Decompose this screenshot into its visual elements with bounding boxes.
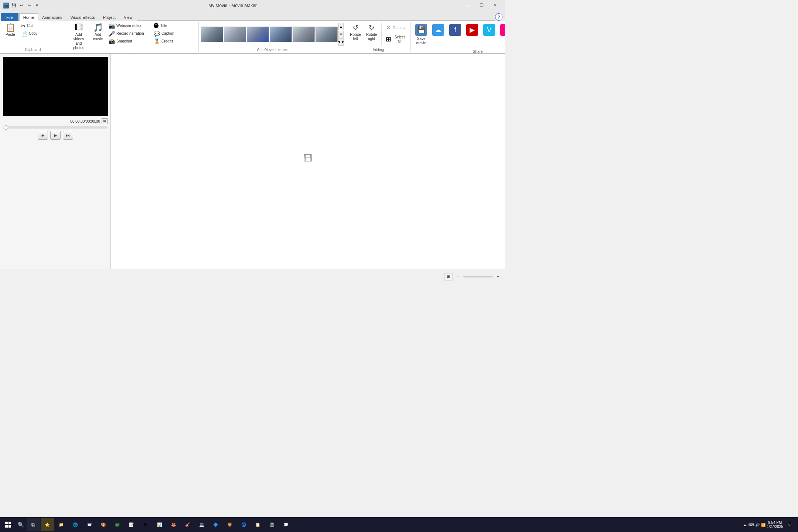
credits-label: Credits (161, 39, 173, 44)
webcam-icon: 📷 (109, 23, 115, 28)
editing-divider (381, 23, 382, 45)
add-videos-icon: 🎞 (75, 24, 83, 32)
onedrive-icon: ☁ (432, 24, 444, 36)
title-bar: 🎬 💾 ↩ ↪ ▼ My Movie - Movie Maker — ❐ ✕ (0, 0, 505, 11)
ribbon-group-share: 💾 Savemovie ☁ f ▶ V ● (411, 22, 505, 52)
maximize-button[interactable]: ❐ (475, 0, 488, 11)
tab-animations[interactable]: Animations (38, 13, 66, 21)
rotate-left-button[interactable]: ↺ Rotateleft (348, 22, 362, 42)
status-bar: ⊞ − + (0, 269, 505, 284)
select-all-label: Select all (393, 35, 406, 43)
clipboard-content: 📋 Paste ✂ Cut 📄 Copy (2, 22, 64, 46)
timeline-panel: 🎞 - - - - - (111, 54, 505, 269)
tab-view[interactable]: View (120, 13, 137, 21)
window-controls: — ❐ ✕ (462, 0, 502, 11)
main-area: 00:00.00/00:00.00 ⊞ ⏮ ▶ ⏭ 🎞 - - - - - (0, 54, 505, 269)
title-button[interactable]: 🅣 Title (152, 22, 196, 30)
vimeo-button[interactable]: V (481, 22, 497, 38)
fast-forward-button[interactable]: ⏭ (63, 131, 73, 140)
credits-button[interactable]: 🏅 Credits (152, 38, 196, 45)
ribbon-group-automovie: ▲ ▼ ▼▼ AutoMovie themes (199, 22, 346, 52)
editing-content: ↺ Rotateleft ↻ Rotate right ✕ Remove ⊞ S… (348, 22, 408, 46)
select-all-button[interactable]: ⊞ Select all (384, 34, 408, 45)
scrubber-thumb (4, 125, 8, 130)
cut-copy-group: ✂ Cut 📄 Copy (19, 22, 64, 37)
zoom-out-button[interactable]: − (454, 273, 462, 280)
save-movie-button[interactable]: 💾 Savemovie (413, 22, 429, 47)
save-movie-label: Savemovie (416, 37, 426, 45)
rotate-left-label: Rotateleft (350, 33, 361, 41)
record-narration-label: Record narration (116, 31, 144, 36)
zoom-in-button[interactable]: + (494, 273, 502, 280)
rotate-right-button[interactable]: ↻ Rotate right (364, 22, 379, 42)
play-button[interactable]: ▶ (50, 131, 61, 140)
add-music-button[interactable]: 🎵 Add music (90, 22, 106, 45)
title-label: Title (160, 24, 167, 28)
close-button[interactable]: ✕ (488, 0, 502, 11)
credits-icon: 🏅 (154, 39, 160, 44)
copy-icon: 📄 (21, 31, 27, 36)
remove-button[interactable]: ✕ Remove (384, 22, 408, 33)
theme-item-1[interactable] (201, 27, 223, 42)
preview-video (3, 57, 108, 116)
tab-home[interactable]: Home (19, 13, 38, 21)
ribbon-group-add: 🎞 Add videos and photos 🎵 Add music 📷 We… (66, 22, 199, 52)
automovie-group-label: AutoMovie themes (201, 46, 344, 52)
preview-panel: 00:00.00/00:00.00 ⊞ ⏮ ▶ ⏭ (0, 54, 111, 269)
tab-project[interactable]: Project (99, 13, 120, 21)
cut-label: Cut (27, 24, 33, 28)
drag-dashes: - - - - - (296, 165, 320, 170)
theme-item-2[interactable] (224, 27, 246, 42)
window-title: My Movie - Movie Maker (3, 3, 462, 8)
zoom-slider[interactable] (463, 276, 493, 277)
youtube-icon: ▶ (466, 24, 478, 36)
theme-item-6[interactable] (316, 27, 338, 42)
youtube-button[interactable]: ▶ (464, 22, 480, 38)
copy-label: Copy (29, 31, 37, 36)
themes-scroll-down[interactable]: ▼ (338, 31, 344, 38)
ribbon-tab-bar: File Home Animations Visual Effects Proj… (0, 11, 505, 21)
facebook-icon: f (449, 24, 461, 36)
record-narration-button[interactable]: 🎤 Record narration (107, 30, 151, 37)
storyboard-button[interactable]: ⊞ (444, 273, 453, 280)
themes-scroll-more[interactable]: ▼▼ (338, 38, 344, 46)
theme-item-4[interactable] (270, 27, 292, 42)
tab-file[interactable]: File (1, 13, 18, 21)
flickr-button[interactable]: ● (498, 22, 505, 38)
theme-item-5[interactable] (293, 27, 315, 42)
cut-button[interactable]: ✂ Cut (19, 22, 64, 30)
remove-icon: ✕ (386, 24, 391, 32)
ribbon: 📋 Paste ✂ Cut 📄 Copy Clipboard 🎞 Add vid… (0, 21, 505, 54)
add-small-group: 📷 Webcam video 🎤 Record narration 📸 Snap… (107, 22, 151, 45)
themes-strip (201, 27, 338, 42)
webcam-label: Webcam video (116, 24, 141, 28)
cut-icon: ✂ (21, 23, 25, 28)
playback-controls: ⏮ ▶ ⏭ (3, 131, 108, 140)
record-narration-icon: 🎤 (109, 31, 115, 36)
minimize-button[interactable]: — (462, 0, 475, 11)
copy-button[interactable]: 📄 Copy (19, 30, 64, 37)
title-icon: 🅣 (154, 23, 159, 28)
rewind-button[interactable]: ⏮ (38, 131, 48, 140)
scrubber[interactable] (3, 126, 108, 129)
caption-icon: 💬 (154, 31, 160, 36)
rotate-right-icon: ↻ (369, 24, 374, 32)
caption-button[interactable]: 💬 Caption (152, 30, 196, 37)
time-expand-button[interactable]: ⊞ (102, 118, 108, 124)
facebook-button[interactable]: f (447, 22, 463, 38)
tab-visual-effects[interactable]: Visual Effects (66, 13, 99, 21)
theme-item-3[interactable] (247, 27, 269, 42)
paste-button[interactable]: 📋 Paste (2, 22, 18, 45)
add-videos-button[interactable]: 🎞 Add videos and photos (68, 22, 89, 52)
select-all-icon: ⊞ (386, 35, 391, 43)
webcam-button[interactable]: 📷 Webcam video (107, 22, 151, 30)
add-music-icon: 🎵 (93, 24, 103, 32)
paste-icon: 📋 (6, 24, 16, 32)
themes-scroll-up[interactable]: ▲ (338, 23, 344, 30)
time-display: 00:00.00/00:00.00 ⊞ (3, 118, 108, 124)
help-button[interactable]: ? (495, 13, 502, 21)
onedrive-button[interactable]: ☁ (430, 22, 446, 38)
add-music-label: Add music (92, 33, 104, 41)
themes-scroll: ▲ ▼ ▼▼ (338, 23, 344, 46)
snapshot-button[interactable]: 📸 Snapshot (107, 38, 151, 45)
